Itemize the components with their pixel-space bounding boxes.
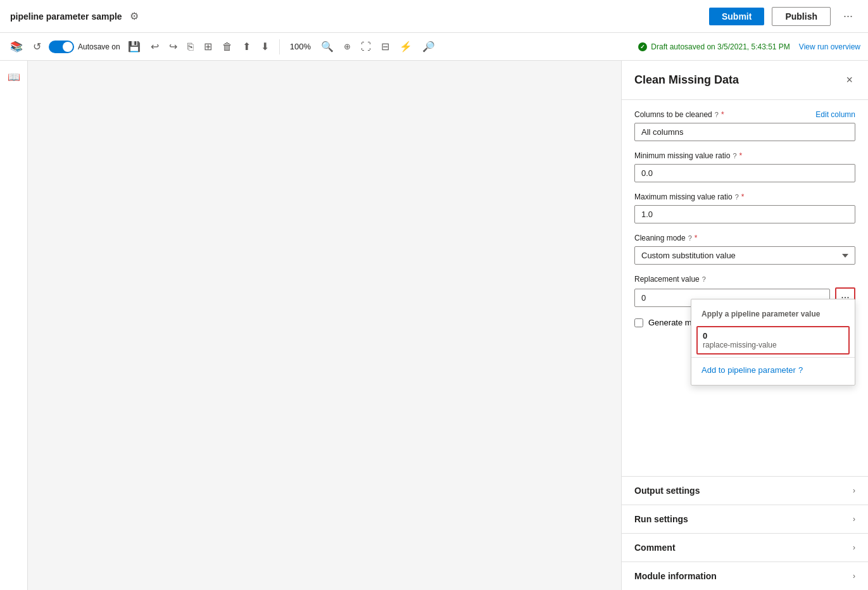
- columns-label: Columns to be cleaned ? * Edit column: [634, 110, 855, 119]
- run-settings-section[interactable]: Run settings ›: [622, 505, 868, 533]
- sep1: [279, 39, 280, 54]
- max-ratio-field-group: Maximum missing value ratio ? *: [634, 192, 855, 223]
- comment-chevron: ›: [853, 543, 855, 552]
- output-settings-section[interactable]: Output settings ›: [622, 476, 868, 505]
- comment-label: Comment: [634, 543, 676, 553]
- grid-icon[interactable]: ⊟: [379, 38, 392, 55]
- dropdown-selected-value: 0: [703, 331, 843, 341]
- min-ratio-input[interactable]: [634, 164, 855, 182]
- undo-icon[interactable]: ↩: [148, 38, 161, 55]
- min-ratio-required: *: [739, 151, 743, 160]
- view-run-link[interactable]: View run overview: [799, 42, 860, 51]
- output-settings-chevron: ›: [853, 486, 855, 495]
- panel-body: Columns to be cleaned ? * Edit column Mi…: [622, 100, 868, 476]
- pipeline-param-dropdown: Apply a pipeline parameter value 0 rapla…: [691, 299, 855, 386]
- copy-icon[interactable]: ⎘: [185, 39, 196, 55]
- import-icon[interactable]: ⬆: [240, 38, 253, 55]
- right-panel: Clean Missing Data × Columns to be clean…: [621, 61, 868, 590]
- more-options-button[interactable]: ···: [838, 7, 858, 25]
- autosave-status-text: Draft autosaved on 3/5/2021, 5:43:51 PM: [651, 42, 789, 51]
- add-pipeline-param-link[interactable]: Add to pipeline parameter ?: [691, 360, 855, 380]
- library-icon[interactable]: 📚: [8, 38, 25, 55]
- zoom-level[interactable]: 100%: [287, 42, 313, 51]
- comment-section[interactable]: Comment ›: [622, 533, 868, 562]
- sidebar-library-icon[interactable]: 📖: [3, 66, 25, 88]
- gear-icon[interactable]: ⚙: [130, 10, 139, 22]
- edit-column-link[interactable]: Edit column: [815, 110, 855, 119]
- generate-checkbox[interactable]: [634, 318, 643, 327]
- module-info-section[interactable]: Module information ›: [622, 562, 868, 590]
- search-icon[interactable]: 🔎: [420, 38, 437, 55]
- min-ratio-field-group: Minimum missing value ratio ? *: [634, 151, 855, 182]
- replacement-field-group: Replacement value ? ··· Apply a pipeline…: [634, 275, 855, 308]
- replacement-help-icon[interactable]: ?: [702, 275, 706, 283]
- submit-button[interactable]: Submit: [709, 8, 764, 25]
- cleaning-mode-select[interactable]: Custom substitution value Replace with m…: [634, 246, 855, 265]
- cleaning-mode-required: *: [695, 234, 698, 242]
- min-ratio-help-icon[interactable]: ?: [733, 152, 736, 160]
- panel-header: Clean Missing Data ×: [622, 61, 868, 100]
- run-settings-chevron: ›: [853, 515, 855, 524]
- zoom-in-icon[interactable]: ⊕: [341, 39, 353, 54]
- add-pipeline-help-icon[interactable]: ?: [798, 365, 803, 375]
- cleaning-mode-help-icon[interactable]: ?: [688, 234, 692, 242]
- toolbar: 📚 ↺ Autosave on 💾 ↩ ↪ ⎘ ⊞ 🗑 ⬆ ⬇ 100% 🔍 ⊕…: [0, 33, 868, 61]
- refresh-icon[interactable]: ↺: [30, 38, 44, 55]
- min-ratio-label: Minimum missing value ratio ? *: [634, 151, 855, 160]
- dropdown-divider: [691, 357, 855, 358]
- dropdown-selected-item[interactable]: 0 raplace-missing-value: [696, 326, 850, 355]
- module-info-chevron: ›: [853, 572, 855, 581]
- columns-field-group: Columns to be cleaned ? * Edit column: [634, 110, 855, 141]
- max-ratio-input[interactable]: [634, 205, 855, 223]
- autosave-label: Autosave on: [78, 42, 120, 51]
- main-layout: 📖: [0, 61, 868, 590]
- replacement-label: Replacement value ?: [634, 275, 855, 284]
- add-pipeline-param-label: Add to pipeline parameter: [701, 365, 796, 375]
- top-bar: pipeline parameter sample ⚙ Submit Publi…: [0, 0, 868, 33]
- zoom-out-icon[interactable]: 🔍: [318, 38, 336, 55]
- status-dot: [638, 42, 647, 51]
- autosave-toggle-container: Autosave on: [49, 41, 120, 53]
- autosave-status: Draft autosaved on 3/5/2021, 5:43:51 PM …: [638, 42, 860, 51]
- fit-icon[interactable]: ⛶: [358, 39, 374, 55]
- layout-icon[interactable]: ⊞: [201, 38, 215, 55]
- max-ratio-label: Maximum missing value ratio ? *: [634, 192, 855, 201]
- cleaning-mode-label: Cleaning mode ? *: [634, 234, 855, 242]
- columns-help-icon[interactable]: ?: [715, 111, 719, 118]
- max-ratio-required: *: [741, 192, 745, 201]
- output-settings-label: Output settings: [634, 486, 700, 496]
- columns-required: *: [721, 110, 724, 119]
- delete-icon[interactable]: 🗑: [220, 39, 235, 55]
- save-icon[interactable]: 💾: [125, 38, 143, 55]
- app-title: pipeline parameter sample: [10, 11, 122, 22]
- redo-icon[interactable]: ↪: [167, 38, 180, 55]
- close-panel-button[interactable]: ×: [843, 71, 855, 89]
- run-settings-label: Run settings: [634, 514, 688, 524]
- panel-title: Clean Missing Data: [634, 73, 739, 87]
- cleaning-mode-field-group: Cleaning mode ? * Custom substitution va…: [634, 234, 855, 265]
- autosave-toggle[interactable]: [49, 41, 74, 53]
- left-sidebar: 📖: [0, 61, 28, 590]
- publish-button[interactable]: Publish: [772, 7, 831, 26]
- module-info-label: Module information: [634, 571, 717, 581]
- columns-input[interactable]: [634, 123, 855, 141]
- export-icon[interactable]: ⬇: [258, 38, 272, 55]
- max-ratio-help-icon[interactable]: ?: [735, 193, 739, 201]
- canvas-wrapper: 🗄 Dataset1 📥 Import Data 🧹 Clean Missing…: [28, 61, 621, 590]
- dropdown-header: Apply a pipeline parameter value: [691, 304, 855, 323]
- dropdown-selected-label: raplace-missing-value: [703, 341, 843, 349]
- lightning-icon[interactable]: ⚡: [397, 38, 415, 55]
